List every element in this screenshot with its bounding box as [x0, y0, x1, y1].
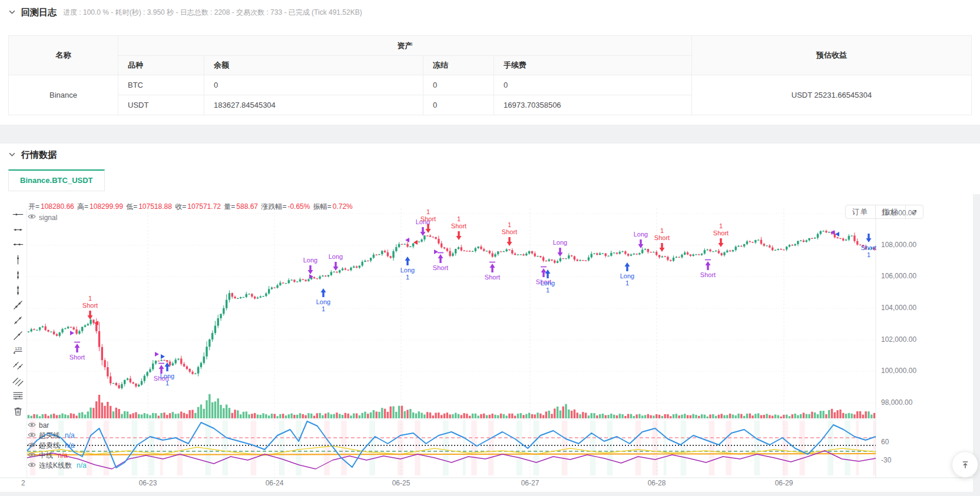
candle-body: [160, 360, 162, 361]
svg-text:1: 1: [867, 251, 870, 258]
volume-bar: [633, 416, 635, 418]
cell-frozen: 0: [423, 75, 494, 95]
chevron-down-icon[interactable]: [8, 150, 16, 161]
candle-body: [545, 261, 547, 261]
candle-body: [630, 255, 632, 256]
volume-bar: [704, 415, 706, 418]
tab-binance-btc-usdt[interactable]: Binance.BTC_USDT: [8, 169, 105, 191]
toolbar-fibonacci-lines-icon[interactable]: [9, 388, 26, 403]
signal-legend-row[interactable]: signal: [28, 213, 57, 222]
toolbar-trend-segment-icon[interactable]: [9, 313, 26, 328]
candle-body: [723, 252, 725, 255]
volume-bar: [690, 415, 691, 418]
osc-stripe: [327, 421, 330, 475]
volume-bar: [452, 414, 453, 418]
candle-body: [53, 332, 55, 335]
svg-text:Long: Long: [620, 272, 634, 279]
toolbar-horizontal-line-icon[interactable]: [9, 207, 26, 222]
volume-bar: [754, 414, 756, 418]
toolbar-horizontal-segment-icon[interactable]: [9, 222, 26, 237]
toolbar-horizontal-ray-icon[interactable]: [9, 237, 26, 252]
candle-body: [42, 327, 44, 328]
position-triangle: [70, 331, 74, 335]
position-triangle: [161, 354, 165, 359]
osc-legend-label: bar: [39, 421, 49, 430]
volume-bar: [177, 414, 179, 418]
exchange-name: Binance: [9, 75, 118, 115]
candle-body: [822, 231, 824, 231]
volume-bar: [53, 414, 55, 418]
candle-body: [794, 244, 796, 245]
volume-bar: [455, 413, 456, 418]
candle-body: [347, 269, 349, 270]
position-triangle: [405, 238, 409, 242]
volume-bar: [141, 414, 143, 418]
scroll-top-button[interactable]: [952, 451, 978, 478]
candle-body: [751, 242, 753, 242]
volume-bar: [180, 411, 182, 418]
osc-stripe: [726, 421, 729, 475]
candle-body: [339, 270, 340, 272]
chevron-down-icon[interactable]: [8, 8, 16, 18]
eye-icon[interactable]: [28, 451, 36, 460]
osc-stripe: [180, 421, 183, 475]
volume-bar: [406, 410, 408, 418]
volume-bar: [220, 405, 221, 418]
osc-legend-row-4[interactable]: 中线n/a: [28, 451, 68, 460]
candle-body: [350, 268, 352, 270]
toolbar-trend-line-icon[interactable]: [9, 298, 26, 312]
toolbar-vertical-ray-icon[interactable]: [9, 283, 26, 298]
svg-text:Short: Short: [502, 228, 517, 235]
volume-bar: [670, 416, 671, 418]
toolbar-vertical-line-icon[interactable]: [9, 252, 26, 267]
osc-stripe: [324, 421, 327, 475]
eye-icon[interactable]: [28, 213, 36, 222]
volume-bar: [350, 415, 352, 418]
candle-body: [650, 252, 651, 252]
candle-body: [206, 347, 207, 357]
toolbar-trend-ray-icon[interactable]: [9, 328, 26, 343]
volume-bar: [78, 413, 80, 418]
orders-button[interactable]: 订单: [846, 205, 875, 218]
toolbar-price-note-icon[interactable]: 123: [9, 343, 26, 358]
candle-body: [33, 329, 35, 329]
candle-body: [704, 250, 706, 254]
volume-bar: [517, 414, 519, 418]
osc-legend-row-1[interactable]: bar: [28, 421, 49, 430]
volume-bar: [548, 411, 550, 418]
volume-bar: [361, 413, 363, 418]
osc-legend-row-3[interactable]: 超卖线n/a: [28, 441, 75, 450]
candle-body: [118, 385, 120, 388]
osc-stripe: [474, 421, 477, 475]
osc-stripe: [418, 421, 421, 475]
eye-icon[interactable]: [28, 441, 36, 450]
eye-icon[interactable]: [28, 431, 36, 440]
toolbar-vertical-segment-icon[interactable]: [9, 268, 26, 282]
volume-bar: [257, 414, 259, 418]
eye-icon[interactable]: [28, 421, 36, 430]
candle-body: [681, 255, 683, 258]
volume-bar: [356, 414, 357, 418]
volume-bar: [135, 412, 137, 418]
toolbar-delete-icon[interactable]: [9, 404, 26, 418]
candle-body: [197, 367, 199, 374]
candle-body: [101, 347, 103, 360]
osc-stripe: [729, 421, 731, 475]
osc-legend-row-2[interactable]: 超买线n/a: [28, 431, 75, 440]
candle-body: [146, 372, 148, 375]
toolbar-parallel-segments-icon[interactable]: [9, 358, 26, 373]
volume-bar: [737, 414, 739, 418]
osc-legend-row-5[interactable]: 连续K线数n/a: [28, 461, 87, 470]
svg-text:1: 1: [719, 222, 723, 229]
candle-body: [257, 298, 259, 299]
toolbar-parallel-channel-icon[interactable]: [9, 374, 26, 388]
candle-body: [746, 241, 748, 244]
volume-bar: [574, 410, 575, 418]
eye-icon[interactable]: [28, 461, 36, 470]
candle-body: [673, 258, 674, 261]
kline-chart[interactable]: 1ShortLong1Short1Short1Short1Short1Short…: [0, 194, 980, 492]
ohlc-label: 量=: [224, 202, 235, 211]
candle-body: [64, 328, 66, 329]
candle-body: [423, 235, 425, 239]
volume-bar: [792, 414, 793, 418]
